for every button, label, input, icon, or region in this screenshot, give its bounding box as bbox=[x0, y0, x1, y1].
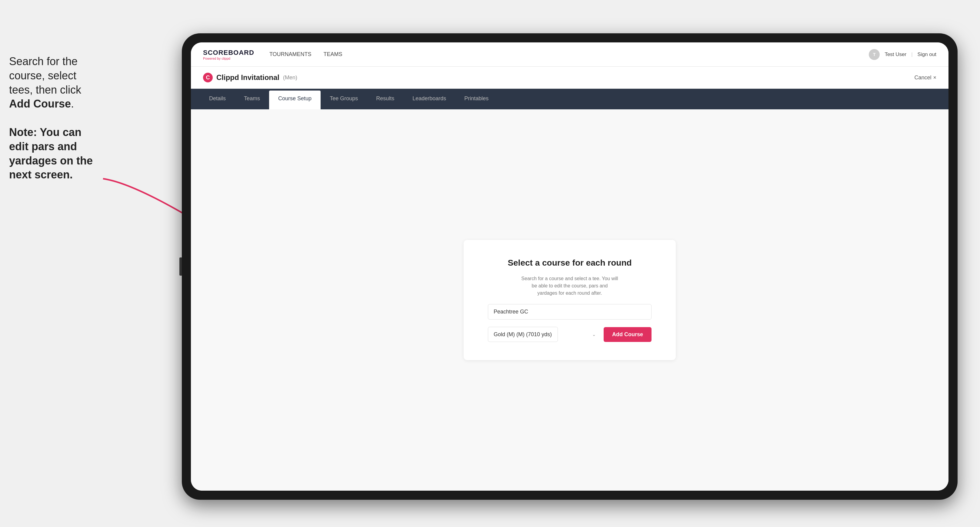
annotation-note3: yardages on the bbox=[9, 154, 94, 168]
tab-results[interactable]: Results bbox=[367, 89, 403, 110]
nav-left: SCOREBOARD Powered by clippd TOURNAMENTS… bbox=[203, 49, 342, 60]
tab-details[interactable]: Details bbox=[200, 89, 235, 110]
tab-printables[interactable]: Printables bbox=[455, 89, 498, 110]
separator: | bbox=[911, 51, 912, 57]
annotation-line2: course, select bbox=[9, 69, 94, 83]
tablet-frame: SCOREBOARD Powered by clippd TOURNAMENTS… bbox=[182, 33, 958, 500]
add-course-button[interactable]: Add Course bbox=[604, 327, 652, 342]
user-label: Test User bbox=[885, 51, 906, 57]
tournament-type: (Men) bbox=[283, 75, 297, 81]
tournament-name: Clippd Invitational bbox=[216, 73, 279, 82]
tab-leaderboards[interactable]: Leaderboards bbox=[403, 89, 455, 110]
logo-area: SCOREBOARD Powered by clippd bbox=[203, 49, 254, 60]
user-avatar: T bbox=[869, 49, 880, 60]
top-nav: SCOREBOARD Powered by clippd TOURNAMENTS… bbox=[191, 43, 948, 67]
tournament-header: C Clippd Invitational (Men) Cancel × bbox=[191, 67, 948, 89]
main-content: Select a course for each round Search fo… bbox=[191, 110, 948, 490]
course-search-input[interactable] bbox=[488, 304, 652, 319]
tournament-title-area: C Clippd Invitational (Men) bbox=[203, 73, 297, 83]
annotation-note1: Note: You can bbox=[9, 125, 94, 140]
tab-teams[interactable]: Teams bbox=[235, 89, 269, 110]
course-setup-card: Select a course for each round Search fo… bbox=[464, 240, 676, 360]
tab-bar: Details Teams Course Setup Tee Groups Re… bbox=[191, 89, 948, 110]
tab-course-setup[interactable]: Course Setup bbox=[269, 90, 321, 110]
annotation-line3: tees, then click bbox=[9, 83, 94, 97]
tournament-logo: C bbox=[203, 73, 213, 83]
card-title: Select a course for each round bbox=[508, 258, 632, 268]
logo-title: SCOREBOARD bbox=[203, 49, 254, 57]
tee-select-wrapper: Gold (M) (M) (7010 yds) bbox=[488, 327, 600, 342]
tee-select-row: Gold (M) (M) (7010 yds) Add Course bbox=[488, 327, 652, 342]
annotation-block: Search for the course, select tees, then… bbox=[9, 54, 94, 182]
tab-tee-groups[interactable]: Tee Groups bbox=[321, 89, 367, 110]
tee-select[interactable]: Gold (M) (M) (7010 yds) bbox=[488, 327, 558, 342]
annotation-note4: next screen. bbox=[9, 168, 94, 182]
nav-right: T Test User | Sign out bbox=[869, 49, 936, 60]
logo-subtitle: Powered by clippd bbox=[203, 57, 254, 60]
nav-links: TOURNAMENTS TEAMS bbox=[269, 51, 342, 57]
cancel-button[interactable]: Cancel × bbox=[914, 75, 936, 81]
annotation-bold1: Add Course. bbox=[9, 97, 94, 111]
annotation-note2: edit pars and bbox=[9, 140, 94, 154]
tablet-side-button bbox=[180, 257, 182, 276]
nav-link-tournaments[interactable]: TOURNAMENTS bbox=[269, 51, 312, 57]
sign-out-link[interactable]: Sign out bbox=[918, 51, 936, 57]
tablet-screen: SCOREBOARD Powered by clippd TOURNAMENTS… bbox=[191, 43, 948, 490]
card-subtitle: Search for a course and select a tee. Yo… bbox=[521, 275, 618, 297]
annotation-line1: Search for the bbox=[9, 54, 94, 69]
nav-link-teams[interactable]: TEAMS bbox=[324, 51, 342, 57]
